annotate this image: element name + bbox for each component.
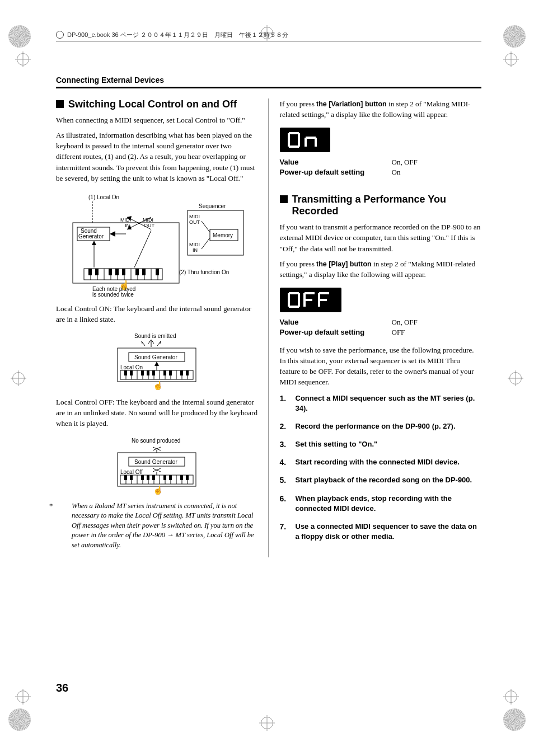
diag2-local: Local On <box>120 364 143 370</box>
heading-transmitting: Transmitting a Performance You Recorded <box>280 194 482 217</box>
svg-rect-34 <box>109 269 112 275</box>
svg-rect-98 <box>163 475 166 480</box>
diag-label-memory: Memory <box>213 232 233 238</box>
svg-text:OUT: OUT <box>144 223 155 228</box>
svg-rect-64 <box>141 370 144 375</box>
section-rule <box>56 87 481 88</box>
spiro-ornament-tl <box>8 25 31 48</box>
body-text: Local Control ON: The keyboard and the i… <box>56 303 258 325</box>
svg-marker-48 <box>154 361 159 366</box>
diag-label-thru: (2) Thru function On <box>179 269 229 275</box>
diag3-title: No sound produced <box>132 438 180 444</box>
svg-rect-35 <box>115 269 119 275</box>
svg-rect-100 <box>180 475 183 480</box>
svg-line-17 <box>202 238 210 249</box>
registration-mark <box>12 372 25 384</box>
svg-rect-94 <box>130 475 133 480</box>
diag-label-local-on: (1) Local On <box>88 194 119 200</box>
body-text: Local Control OFF: The keyboard and the … <box>56 397 258 429</box>
diagram-local-off: No sound produced Sound Generator Local … <box>104 436 210 495</box>
svg-text:IN: IN <box>193 247 198 253</box>
svg-rect-70 <box>186 370 189 375</box>
diag3-local: Local Off <box>120 469 143 475</box>
diagram-local-on-routes: (1) Local On Sound Generator MIDI IN MID… <box>67 190 246 297</box>
svg-text:OUT: OUT <box>189 219 200 225</box>
procedure-steps: Connect a MIDI sequencer such as the MT … <box>280 393 482 542</box>
step-item: Start recording with the connected MIDI … <box>280 457 482 467</box>
body-text: As illustrated, information describing w… <box>56 130 258 184</box>
page-number: 36 <box>56 682 68 694</box>
svg-rect-67 <box>163 370 166 375</box>
registration-mark <box>17 691 29 703</box>
kv-default: Power-up default setting On <box>280 168 482 177</box>
page-header-file-info: DP-900_e.book 36 ページ ２００４年１１月２９日 月曜日 午後１… <box>56 31 481 41</box>
svg-rect-93 <box>124 475 127 480</box>
registration-mark <box>509 372 522 384</box>
body-text: When connecting a MIDI sequencer, set Lo… <box>56 115 258 125</box>
spiro-ornament-tr <box>503 25 526 48</box>
svg-rect-39 <box>156 269 159 275</box>
svg-rect-97 <box>152 475 155 480</box>
svg-rect-99 <box>169 475 172 480</box>
step-item: Start playback of the recorded song on t… <box>280 475 482 485</box>
svg-rect-96 <box>147 475 149 480</box>
body-text: If you press the [Play] button in step 2… <box>280 259 482 280</box>
footnote: When a Roland MT series instrument is co… <box>56 501 258 551</box>
svg-line-43 <box>134 231 151 267</box>
svg-rect-66 <box>152 370 155 375</box>
step-item: Record the performance on the DP-900 (p.… <box>280 421 482 431</box>
svg-text:MIDI: MIDI <box>189 214 200 219</box>
lcd-display-off <box>280 288 341 312</box>
body-text: If you wish to save the performance, use… <box>280 345 482 388</box>
section-header: Connecting External Devices <box>56 76 481 84</box>
svg-text:☝: ☝ <box>153 485 163 495</box>
registration-mark <box>261 717 273 729</box>
registration-mark <box>505 691 517 703</box>
svg-rect-65 <box>147 370 149 375</box>
registration-mark <box>505 53 517 65</box>
lcd-display-on <box>280 128 330 152</box>
svg-rect-63 <box>130 370 133 375</box>
bold-button-ref: the [Play] button <box>316 260 372 268</box>
svg-rect-62 <box>124 370 127 375</box>
diag3-sg: Sound Generator <box>134 459 177 465</box>
registration-mark <box>17 53 29 65</box>
spiro-ornament-bl <box>8 708 31 731</box>
kv-value: Value On, OFF <box>280 158 482 167</box>
svg-rect-33 <box>95 269 99 275</box>
svg-text:is sounded twice: is sounded twice <box>92 292 134 297</box>
svg-rect-101 <box>186 475 189 480</box>
kv-default: Power-up default setting OFF <box>280 328 482 337</box>
body-text: If you want to transmit a performance re… <box>280 222 482 253</box>
diag-label-midi-out: MIDI <box>143 217 153 223</box>
diag-label-sequencer: Sequencer <box>199 203 226 209</box>
diagram-local-on: Sound is emitted Sound Generator Local O… <box>104 331 210 390</box>
svg-rect-38 <box>142 269 146 275</box>
svg-rect-36 <box>122 269 125 275</box>
kv-value: Value On, OFF <box>280 318 482 327</box>
step-item: Use a connected MIDI sequencer to save t… <box>280 522 482 542</box>
body-text: If you press the [Variation] button in s… <box>280 98 482 120</box>
svg-rect-69 <box>180 370 183 375</box>
step-item: Set this setting to "On." <box>280 439 482 449</box>
svg-marker-42 <box>92 241 96 245</box>
svg-line-16 <box>202 221 210 232</box>
svg-text:Generator: Generator <box>78 233 104 240</box>
diag2-title: Sound is emitted <box>134 333 176 339</box>
svg-rect-68 <box>169 370 172 375</box>
svg-marker-18 <box>110 231 115 237</box>
spiro-ornament-br <box>503 708 526 731</box>
svg-text:MIDI: MIDI <box>189 242 200 247</box>
diag2-sg: Sound Generator <box>134 354 177 360</box>
step-item: When playback ends, stop recording with … <box>280 494 482 514</box>
step-item: Connect a MIDI sequencer such as the MT … <box>280 393 482 414</box>
svg-rect-37 <box>135 269 139 275</box>
svg-text:☝: ☝ <box>153 381 163 390</box>
heading-switching-local: Switching Local Control on and Off <box>56 98 258 110</box>
svg-rect-32 <box>88 269 92 275</box>
bold-button-ref: the [Variation] button <box>316 100 387 108</box>
svg-rect-95 <box>141 475 144 480</box>
